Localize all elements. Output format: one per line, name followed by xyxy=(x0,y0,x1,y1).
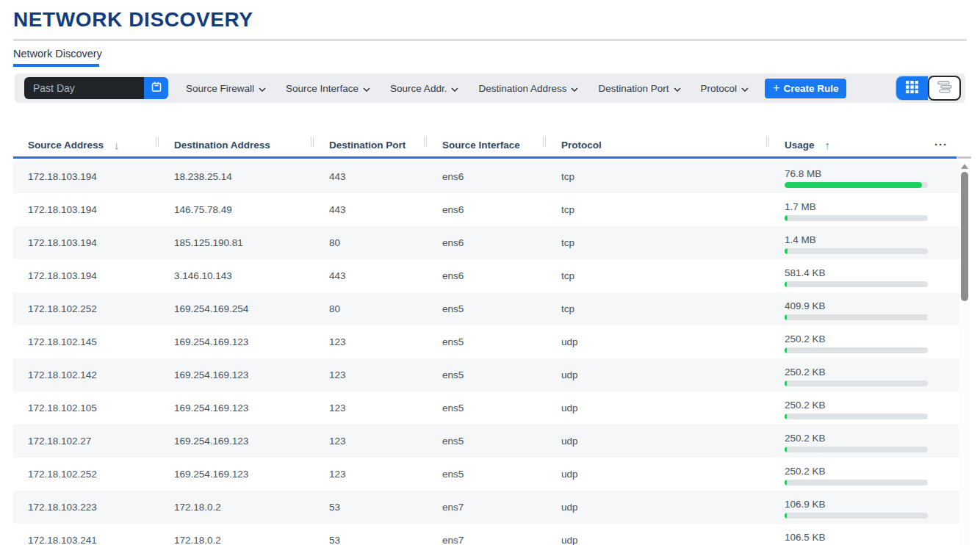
column-header-destination-address[interactable]: Destination Address xyxy=(159,134,314,156)
table-row[interactable]: 172.18.102.145 169.254.169.123 123 ens5 … xyxy=(13,325,959,358)
cell-usage: 1.4 MB xyxy=(770,226,959,259)
table-row[interactable]: 172.18.102.252 169.254.169.254 80 ens5 t… xyxy=(13,292,959,325)
usage-bar-fill xyxy=(785,414,787,419)
column-resize-handle[interactable] xyxy=(424,137,427,147)
column-resize-handle[interactable] xyxy=(766,137,769,147)
table-row[interactable]: 172.18.102.27 169.254.169.123 123 ens5 u… xyxy=(13,425,959,458)
filter-destination-port[interactable]: Destination Port xyxy=(598,83,680,94)
column-label: Destination Address xyxy=(174,140,270,151)
filter-protocol[interactable]: Protocol xyxy=(701,83,749,94)
cell-usage: 250.2 KB xyxy=(770,458,959,491)
table-row[interactable]: 172.18.103.194 3.146.10.143 443 ens6 tcp… xyxy=(13,259,959,292)
column-header-source-interface[interactable]: Source Interface xyxy=(428,134,547,156)
cell-protocol: udp xyxy=(547,458,770,491)
column-header-destination-port[interactable]: Destination Port xyxy=(314,134,428,156)
usage-value: 250.2 KB xyxy=(785,333,826,344)
cell-protocol: udp xyxy=(547,491,770,524)
usage-bar-fill xyxy=(785,314,787,320)
page-title: NETWORK DISCOVERY xyxy=(13,8,253,32)
cell-destination-address: 169.254.169.123 xyxy=(159,391,314,425)
cell-source-interface: ens6 xyxy=(428,226,547,259)
cell-usage: 106.9 KB xyxy=(770,491,959,524)
chevron-down-icon xyxy=(571,83,578,94)
column-header-protocol[interactable]: Protocol xyxy=(547,134,770,156)
plus-icon: + xyxy=(773,82,779,94)
cell-protocol: udp xyxy=(547,391,770,425)
table-row[interactable]: 172.18.103.194 146.75.78.49 443 ens6 tcp… xyxy=(13,193,959,226)
cell-destination-address: 3.146.10.143 xyxy=(159,259,314,292)
column-menu-ellipsis-icon[interactable]: ··· xyxy=(934,134,948,154)
usage-value: 106.5 KB xyxy=(785,532,826,543)
table-body: 172.18.103.194 18.238.25.14 443 ens6 tcp… xyxy=(13,160,959,545)
usage-bar-track xyxy=(785,182,928,188)
chevron-down-icon xyxy=(674,83,681,94)
filter-source-interface[interactable]: Source Interface xyxy=(286,83,370,94)
title-divider xyxy=(13,39,967,41)
column-resize-handle[interactable] xyxy=(311,137,314,147)
table-header-row: Source Address ↓ Destination Address Des… xyxy=(13,134,959,156)
cell-source-address: 172.18.103.194 xyxy=(13,193,159,226)
table-row[interactable]: 172.18.103.223 172.18.0.2 53 ens7 udp 10… xyxy=(13,491,959,524)
usage-value: 250.2 KB xyxy=(785,367,826,378)
cell-source-interface: ens5 xyxy=(428,391,547,425)
cell-source-address: 172.18.102.145 xyxy=(13,325,159,358)
table-row[interactable]: 172.18.102.252 169.254.169.123 123 ens5 … xyxy=(13,458,959,491)
usage-bar-fill xyxy=(785,182,922,188)
cell-source-interface: ens7 xyxy=(428,524,547,545)
table-row[interactable]: 172.18.103.194 18.238.25.14 443 ens6 tcp… xyxy=(13,160,959,193)
filter-source-firewall[interactable]: Source Firewall xyxy=(186,83,266,94)
chevron-down-icon xyxy=(741,83,749,94)
date-range-input[interactable]: Past Day xyxy=(24,77,144,99)
cell-usage: 1.7 MB xyxy=(770,193,959,226)
scrollbar-thumb[interactable] xyxy=(961,172,968,301)
usage-bar-track xyxy=(785,248,928,254)
cell-source-address: 172.18.103.194 xyxy=(13,226,159,259)
view-toggle-group xyxy=(896,76,961,101)
table-row[interactable]: 172.18.103.194 185.125.190.81 80 ens6 tc… xyxy=(13,226,959,259)
filter-source-addr[interactable]: Source Addr. xyxy=(390,83,458,94)
tab-network-discovery[interactable]: Network Discovery xyxy=(13,48,102,59)
calendar-icon xyxy=(151,81,162,95)
cell-destination-port: 443 xyxy=(314,160,428,193)
filter-label: Source Firewall xyxy=(186,83,254,94)
column-resize-handle[interactable] xyxy=(543,137,546,147)
cell-usage: 250.2 KB xyxy=(770,358,959,391)
cell-source-address: 172.18.102.142 xyxy=(13,358,159,391)
chevron-down-icon xyxy=(363,83,370,94)
table-view-button[interactable] xyxy=(896,76,928,100)
calendar-button[interactable] xyxy=(144,77,168,99)
filter-label: Destination Address xyxy=(478,83,566,94)
create-rule-button[interactable]: + Create Rule xyxy=(765,79,846,98)
table-row[interactable]: 172.18.102.105 169.254.169.123 123 ens5 … xyxy=(13,391,959,425)
cell-usage: 250.2 KB xyxy=(770,425,959,458)
table-row[interactable]: 172.18.102.142 169.254.169.123 123 ens5 … xyxy=(13,358,959,391)
cell-protocol: tcp xyxy=(547,292,770,325)
usage-bar-track xyxy=(785,380,928,386)
cell-protocol: tcp xyxy=(547,160,770,193)
flow-view-button[interactable] xyxy=(928,76,961,101)
column-resize-handle[interactable] xyxy=(156,137,159,147)
cell-destination-port: 80 xyxy=(314,226,428,259)
cell-source-interface: ens5 xyxy=(428,325,547,358)
cell-destination-address: 169.254.169.123 xyxy=(159,358,314,391)
cell-destination-port: 123 xyxy=(314,458,428,491)
cell-source-interface: ens6 xyxy=(428,160,547,193)
filter-destination-address[interactable]: Destination Address xyxy=(478,83,578,94)
column-header-usage[interactable]: Usage ↑ xyxy=(770,134,959,156)
vertical-scrollbar[interactable] xyxy=(959,160,970,545)
scroll-up-arrow-icon[interactable] xyxy=(961,164,968,169)
table-row[interactable]: 172.18.103.241 172.18.0.2 53 ens7 udp 10… xyxy=(13,524,959,545)
usage-bar-track xyxy=(785,480,928,486)
cell-destination-address: 169.254.169.123 xyxy=(159,458,314,491)
usage-bar-fill xyxy=(785,215,788,221)
cell-source-address: 172.18.103.223 xyxy=(13,491,159,524)
column-header-source-address[interactable]: Source Address ↓ xyxy=(13,134,159,156)
cell-protocol: udp xyxy=(547,325,770,358)
usage-value: 1.4 MB xyxy=(785,234,816,245)
chevron-down-icon xyxy=(451,83,458,94)
cell-source-address: 172.18.103.194 xyxy=(13,160,159,193)
usage-bar-track xyxy=(785,314,928,320)
usage-value: 1.7 MB xyxy=(785,201,816,212)
cell-source-interface: ens7 xyxy=(428,491,547,524)
date-range-group: Past Day xyxy=(24,77,168,99)
